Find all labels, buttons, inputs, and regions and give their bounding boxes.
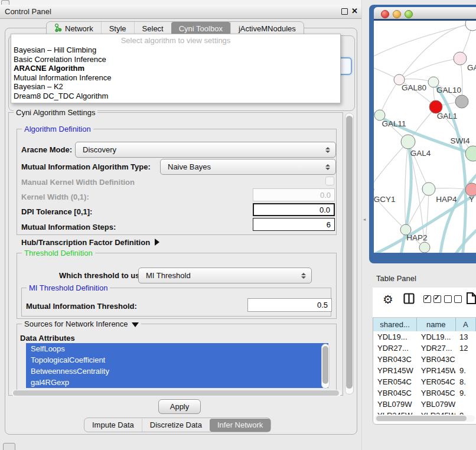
table-cell: 9. (455, 365, 476, 376)
close-icon[interactable]: ✕ (351, 6, 358, 15)
control-panel-title: Control Panel (5, 7, 51, 16)
attribute-item[interactable]: gal4RGexp (26, 377, 328, 388)
which-threshold-value: MI Threshold (139, 271, 301, 280)
table-cell: YBR043C (417, 354, 455, 365)
tab-label: Style (109, 24, 126, 33)
algorithm-option[interactable]: ARACNE Algorithm (11, 64, 340, 73)
mi-type-label: Mutual Information Algorithm Type: (21, 162, 151, 171)
network-icon (54, 24, 62, 34)
tab-jactivemnodules[interactable]: jActiveMNodules (230, 22, 304, 35)
checked-pair-icon[interactable] (423, 295, 444, 305)
table-cell: YDR27... (417, 343, 455, 354)
table-cell: YER054C (417, 376, 455, 387)
attribute-item[interactable]: TopologicalCoefficient (26, 354, 328, 366)
table-row[interactable]: YBR045CYBR045C9. (373, 387, 476, 399)
unchecked-pair-icon[interactable] (444, 295, 464, 305)
manual-kernel-checkbox[interactable] (325, 177, 334, 185)
bottom-tab-impute-data[interactable]: Impute Data (84, 419, 142, 432)
network-edge (399, 58, 460, 80)
bottom-tab-infer-network[interactable]: Infer Network (210, 419, 270, 432)
threshold-definition-legend: Threshold Definition (22, 249, 95, 257)
network-canvas[interactable]: GALGAL80GAL10GAL1GAL11SWI4GAL4HAP4YGCY1H… (374, 21, 476, 253)
which-threshold-label: Which threshold to use: (59, 271, 146, 280)
column-header[interactable]: A (456, 318, 476, 331)
network-node[interactable] (419, 242, 430, 253)
table-cell: YLR345W (417, 410, 455, 415)
table-row[interactable]: YBL079WYBL079W (373, 399, 476, 410)
zoom-traffic-light-icon[interactable] (405, 10, 413, 18)
collapsed-panel-icon[interactable] (3, 443, 15, 450)
gear-icon[interactable]: ⚙ (383, 292, 393, 306)
columns-icon[interactable] (403, 293, 415, 306)
algorithm-option[interactable]: Bayesian – K2 (11, 82, 340, 92)
table-row[interactable]: YDL19...YDL19...13 (373, 331, 476, 343)
settings-vertical-scrollbar[interactable] (345, 113, 354, 394)
column-header[interactable]: shared... (373, 318, 417, 331)
panel-divider[interactable] (361, 0, 362, 450)
which-threshold-select[interactable]: MI Threshold (138, 268, 312, 283)
table-cell (455, 399, 476, 410)
network-node[interactable] (422, 182, 435, 195)
tab-select[interactable]: Select (134, 22, 171, 35)
node-label-gal10: GAL10 (436, 86, 461, 94)
table-cell: YDR27... (373, 343, 417, 354)
algorithm-definition-legend: Algorithm Definition (22, 125, 93, 133)
dpi-tolerance-field[interactable]: 0.0 (253, 203, 335, 216)
settings-horizontal-scrollbar[interactable] (12, 390, 341, 396)
table-row[interactable]: YDR27...YDR27...12 (373, 343, 476, 354)
mi-threshold-field[interactable]: 0.5 (247, 298, 332, 312)
algorithm-option[interactable]: Basic Correlation Inference (11, 55, 340, 64)
hub-definition-expander[interactable]: Hub/Transcription Factor Definition (21, 238, 159, 247)
expander-right-icon (155, 239, 159, 246)
node-label-gal: GAL (467, 63, 476, 72)
tab-label: jActiveMNodules (239, 24, 296, 33)
splitter-handle[interactable]: ◂ (363, 217, 366, 221)
close-traffic-light-icon[interactable] (381, 10, 389, 18)
network-node[interactable] (465, 183, 476, 196)
float-window-icon[interactable] (341, 8, 348, 15)
kernel-width-field[interactable]: 0.0 (253, 188, 335, 201)
network-node[interactable] (401, 135, 415, 149)
algorithm-option[interactable]: Mutual Information Inference (11, 73, 340, 83)
table-row[interactable]: YLR345WYLR345W9. (373, 410, 476, 415)
aracne-mode-select[interactable]: Discovery (75, 142, 336, 158)
stepper-arrows-icon (325, 164, 330, 170)
attribute-item[interactable]: BetweennessCentrality (26, 366, 328, 377)
apply-button[interactable]: Apply (158, 399, 201, 414)
network-edge (374, 142, 408, 190)
node-label-gal11: GAL11 (382, 119, 406, 128)
table-horizontal-scrollbar[interactable] (374, 415, 475, 422)
mi-threshold-legend: MI Threshold Definition (27, 283, 110, 292)
node-label-swi4: SWI4 (450, 136, 470, 145)
mi-type-select[interactable]: Naive Bayes (160, 159, 336, 175)
file-icon[interactable] (466, 292, 476, 306)
tab-cyni-toolbox[interactable]: Cyni Toolbox (171, 22, 230, 35)
column-header[interactable]: name (417, 318, 455, 331)
network-node[interactable] (465, 21, 476, 31)
tab-style[interactable]: Style (101, 22, 134, 35)
attribute-item[interactable]: SelfLoops (26, 343, 328, 354)
data-attributes-list[interactable]: SelfLoopsTopologicalCoefficientBetweenne… (26, 343, 328, 388)
node-label-gal4: GAL4 (410, 149, 431, 158)
network-node[interactable] (454, 52, 467, 65)
table-row[interactable]: YPR145WYPR145W9. (373, 365, 476, 376)
screen: Control Panel ✕ NetworkStyleSelectCyni T… (0, 0, 476, 450)
table-cell: 8. (455, 376, 476, 387)
table-cell: YBR045C (373, 387, 417, 399)
tab-network[interactable]: Network (47, 22, 101, 35)
bottom-tab-discretize-data[interactable]: Discretize Data (142, 419, 210, 432)
attributes-vertical-scrollbar[interactable] (321, 344, 330, 389)
node-label-gal1: GAL1 (437, 112, 458, 120)
network-window-titlebar[interactable] (374, 7, 476, 19)
table-row[interactable]: YBR043CYBR043C (373, 354, 476, 365)
network-node[interactable] (455, 95, 468, 108)
algorithm-option[interactable]: Bayesian – Hill Climbing (11, 45, 340, 55)
minimize-traffic-light-icon[interactable] (393, 10, 401, 18)
mi-steps-field[interactable]: 6 (253, 218, 335, 231)
network-node[interactable] (465, 146, 476, 161)
table-row[interactable]: YER054CYER054C8. (373, 376, 476, 387)
network-graph: GALGAL80GAL10GAL1GAL11SWI4GAL4HAP4YGCY1H… (374, 21, 476, 253)
table-rows: YDL19...YDL19...13YDR27...YDR27...12YBR0… (373, 331, 476, 415)
algorithm-option[interactable]: Dream8 DC_TDC Algorithm (11, 92, 340, 101)
manual-kernel-label: Manual Kernel Width Definition (21, 178, 135, 187)
